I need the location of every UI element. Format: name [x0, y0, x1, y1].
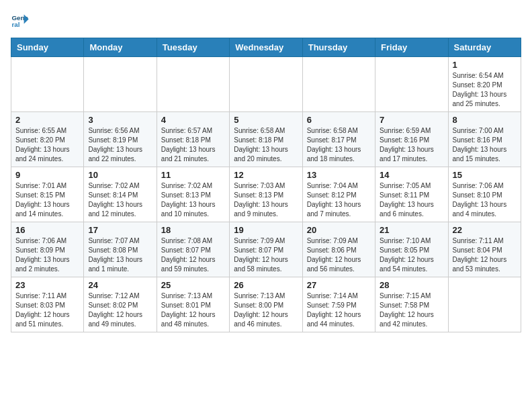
day-info: Sunrise: 6:55 AM Sunset: 8:20 PM Dayligh… — [15, 126, 79, 164]
day-info: Sunrise: 7:06 AM Sunset: 8:10 PM Dayligh… — [453, 181, 517, 219]
calendar-cell: 11Sunrise: 7:02 AM Sunset: 8:13 PM Dayli… — [157, 167, 229, 222]
calendar-header-tuesday: Tuesday — [157, 38, 229, 57]
day-info: Sunrise: 7:07 AM Sunset: 8:08 PM Dayligh… — [88, 236, 152, 274]
calendar-cell: 9Sunrise: 7:01 AM Sunset: 8:15 PM Daylig… — [11, 167, 84, 222]
calendar-cell — [84, 57, 157, 112]
day-number: 17 — [88, 225, 152, 235]
calendar-cell: 21Sunrise: 7:10 AM Sunset: 8:05 PM Dayli… — [375, 222, 448, 277]
day-info: Sunrise: 6:54 AM Sunset: 8:20 PM Dayligh… — [453, 71, 517, 109]
day-info: Sunrise: 7:05 AM Sunset: 8:11 PM Dayligh… — [380, 181, 443, 219]
day-number: 25 — [161, 280, 225, 290]
day-info: Sunrise: 7:11 AM Sunset: 8:03 PM Dayligh… — [15, 291, 79, 329]
day-number: 5 — [234, 115, 298, 125]
calendar-cell: 16Sunrise: 7:06 AM Sunset: 8:09 PM Dayli… — [11, 222, 84, 277]
calendar-cell — [11, 57, 84, 112]
day-number: 24 — [88, 280, 152, 290]
calendar-cell: 8Sunrise: 7:00 AM Sunset: 8:16 PM Daylig… — [448, 112, 521, 167]
day-info: Sunrise: 6:58 AM Sunset: 8:17 PM Dayligh… — [307, 126, 371, 164]
calendar-cell: 2Sunrise: 6:55 AM Sunset: 8:20 PM Daylig… — [11, 112, 84, 167]
calendar-cell: 20Sunrise: 7:09 AM Sunset: 8:06 PM Dayli… — [302, 222, 375, 277]
calendar-cell: 6Sunrise: 6:58 AM Sunset: 8:17 PM Daylig… — [302, 112, 375, 167]
calendar-table: SundayMondayTuesdayWednesdayThursdayFrid… — [11, 38, 521, 332]
calendar-cell — [448, 277, 521, 332]
day-number: 6 — [307, 115, 371, 125]
calendar-cell: 18Sunrise: 7:08 AM Sunset: 8:07 PM Dayli… — [157, 222, 229, 277]
day-info: Sunrise: 6:56 AM Sunset: 8:19 PM Dayligh… — [88, 126, 152, 164]
calendar-cell — [230, 57, 302, 112]
calendar-cell: 1Sunrise: 6:54 AM Sunset: 8:20 PM Daylig… — [448, 57, 521, 112]
day-info: Sunrise: 7:12 AM Sunset: 8:02 PM Dayligh… — [88, 291, 152, 329]
day-info: Sunrise: 7:04 AM Sunset: 8:12 PM Dayligh… — [307, 181, 371, 219]
calendar-cell: 15Sunrise: 7:06 AM Sunset: 8:10 PM Dayli… — [448, 167, 521, 222]
calendar-cell: 17Sunrise: 7:07 AM Sunset: 8:08 PM Dayli… — [84, 222, 157, 277]
calendar-week-4: 16Sunrise: 7:06 AM Sunset: 8:09 PM Dayli… — [11, 222, 521, 277]
day-info: Sunrise: 7:14 AM Sunset: 7:59 PM Dayligh… — [307, 291, 371, 329]
day-number: 16 — [15, 225, 79, 235]
calendar-cell: 13Sunrise: 7:04 AM Sunset: 8:12 PM Dayli… — [302, 167, 375, 222]
calendar-cell: 27Sunrise: 7:14 AM Sunset: 7:59 PM Dayli… — [302, 277, 375, 332]
day-number: 3 — [88, 115, 152, 125]
calendar-header-friday: Friday — [375, 38, 448, 57]
calendar-cell: 10Sunrise: 7:02 AM Sunset: 8:14 PM Dayli… — [84, 167, 157, 222]
day-info: Sunrise: 6:59 AM Sunset: 8:16 PM Dayligh… — [380, 126, 443, 164]
day-number: 27 — [307, 280, 371, 290]
day-number: 18 — [161, 225, 225, 235]
day-number: 2 — [15, 115, 79, 125]
logo-icon: Gene ral — [11, 11, 30, 30]
day-number: 9 — [15, 170, 79, 180]
day-info: Sunrise: 7:13 AM Sunset: 8:00 PM Dayligh… — [234, 291, 298, 329]
day-info: Sunrise: 7:03 AM Sunset: 8:13 PM Dayligh… — [234, 181, 298, 219]
calendar-cell: 3Sunrise: 6:56 AM Sunset: 8:19 PM Daylig… — [84, 112, 157, 167]
calendar-cell — [302, 57, 375, 112]
day-number: 10 — [88, 170, 152, 180]
day-number: 28 — [380, 280, 443, 290]
day-info: Sunrise: 7:00 AM Sunset: 8:16 PM Dayligh… — [453, 126, 517, 164]
calendar-header-monday: Monday — [84, 38, 157, 57]
calendar-cell: 26Sunrise: 7:13 AM Sunset: 8:00 PM Dayli… — [230, 277, 302, 332]
day-number: 14 — [380, 170, 443, 180]
calendar-cell: 19Sunrise: 7:09 AM Sunset: 8:07 PM Dayli… — [230, 222, 302, 277]
day-number: 1 — [453, 60, 517, 70]
day-number: 4 — [161, 115, 225, 125]
calendar-cell: 12Sunrise: 7:03 AM Sunset: 8:13 PM Dayli… — [230, 167, 302, 222]
calendar-cell: 14Sunrise: 7:05 AM Sunset: 8:11 PM Dayli… — [375, 167, 448, 222]
calendar-cell: 25Sunrise: 7:13 AM Sunset: 8:01 PM Dayli… — [157, 277, 229, 332]
calendar-header-sunday: Sunday — [11, 38, 84, 57]
day-number: 26 — [234, 280, 298, 290]
day-number: 23 — [15, 280, 79, 290]
day-number: 22 — [453, 225, 517, 235]
calendar-cell: 22Sunrise: 7:11 AM Sunset: 8:04 PM Dayli… — [448, 222, 521, 277]
calendar-week-1: 1Sunrise: 6:54 AM Sunset: 8:20 PM Daylig… — [11, 57, 521, 112]
day-info: Sunrise: 7:15 AM Sunset: 7:58 PM Dayligh… — [380, 291, 443, 329]
calendar-cell: 24Sunrise: 7:12 AM Sunset: 8:02 PM Dayli… — [84, 277, 157, 332]
calendar-week-2: 2Sunrise: 6:55 AM Sunset: 8:20 PM Daylig… — [11, 112, 521, 167]
day-info: Sunrise: 7:09 AM Sunset: 8:07 PM Dayligh… — [234, 236, 298, 274]
calendar-week-5: 23Sunrise: 7:11 AM Sunset: 8:03 PM Dayli… — [11, 277, 521, 332]
calendar-header-thursday: Thursday — [302, 38, 375, 57]
calendar-cell: 28Sunrise: 7:15 AM Sunset: 7:58 PM Dayli… — [375, 277, 448, 332]
day-number: 21 — [380, 225, 443, 235]
calendar-header-saturday: Saturday — [448, 38, 521, 57]
calendar-cell — [157, 57, 229, 112]
calendar-cell: 5Sunrise: 6:58 AM Sunset: 8:18 PM Daylig… — [230, 112, 302, 167]
day-number: 15 — [453, 170, 517, 180]
day-info: Sunrise: 7:02 AM Sunset: 8:13 PM Dayligh… — [161, 181, 225, 219]
day-info: Sunrise: 6:58 AM Sunset: 8:18 PM Dayligh… — [234, 126, 298, 164]
day-info: Sunrise: 7:10 AM Sunset: 8:05 PM Dayligh… — [380, 236, 443, 274]
day-number: 19 — [234, 225, 298, 235]
day-number: 8 — [453, 115, 517, 125]
calendar-header-wednesday: Wednesday — [230, 38, 302, 57]
logo: Gene ral — [11, 11, 32, 30]
calendar-cell: 23Sunrise: 7:11 AM Sunset: 8:03 PM Dayli… — [11, 277, 84, 332]
svg-text:ral: ral — [11, 21, 19, 28]
day-info: Sunrise: 7:02 AM Sunset: 8:14 PM Dayligh… — [88, 181, 152, 219]
calendar-cell: 7Sunrise: 6:59 AM Sunset: 8:16 PM Daylig… — [375, 112, 448, 167]
calendar-cell: 4Sunrise: 6:57 AM Sunset: 8:18 PM Daylig… — [157, 112, 229, 167]
day-number: 20 — [307, 225, 371, 235]
day-number: 7 — [380, 115, 443, 125]
day-info: Sunrise: 7:11 AM Sunset: 8:04 PM Dayligh… — [453, 236, 517, 274]
day-info: Sunrise: 7:01 AM Sunset: 8:15 PM Dayligh… — [15, 181, 79, 219]
day-info: Sunrise: 7:09 AM Sunset: 8:06 PM Dayligh… — [307, 236, 371, 274]
calendar-header-row: SundayMondayTuesdayWednesdayThursdayFrid… — [11, 38, 521, 57]
page-header: Gene ral — [11, 11, 521, 30]
